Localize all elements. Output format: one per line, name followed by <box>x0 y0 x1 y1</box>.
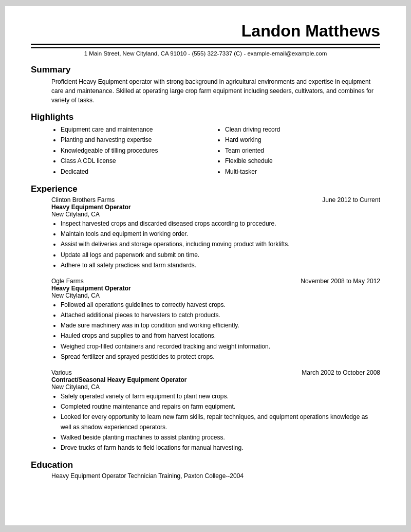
header-section: Landon Matthews <box>31 22 380 45</box>
exp-bullet-item: Maintain tools and equipment in working … <box>61 229 380 239</box>
highlight-item: Class A CDL license <box>61 156 216 166</box>
exp-job-title: Heavy Equipment Operator <box>51 285 380 292</box>
education-entry: Heavy Equipment Operator Technician Trai… <box>51 472 380 480</box>
exp-bullet-item: Update all logs and paperwork and submit… <box>61 250 380 260</box>
exp-bullet-item: Followed all operations guidelines to co… <box>61 300 380 310</box>
experience-entry: Clinton Brothers FarmsJune 2012 to Curre… <box>31 196 380 270</box>
exp-bullet-list: Followed all operations guidelines to co… <box>61 300 380 362</box>
highlights-columns: Equipment care and maintenancePlanting a… <box>51 124 380 177</box>
exp-company: Ogle Farms <box>51 278 84 285</box>
experience-entries: Clinton Brothers FarmsJune 2012 to Curre… <box>31 196 380 453</box>
highlight-item: Knowledgeable of tilling procedures <box>61 145 216 156</box>
experience-entry: VariousMarch 2002 to October 2008Contrac… <box>31 369 380 453</box>
highlight-item: Flexible schedule <box>225 156 380 166</box>
exp-location: New Cityland, CA <box>51 211 380 218</box>
exp-bullet-item: Spread fertilizer and sprayed pesticides… <box>61 352 380 362</box>
highlight-item: Equipment care and maintenance <box>61 124 216 135</box>
exp-bullet-item: Attached additional pieces to harvesters… <box>61 310 380 320</box>
summary-body: Proficient Heavy Equipment operator with… <box>51 77 380 105</box>
highlight-item: Planting and harvesting expertise <box>61 135 216 145</box>
exp-header: Clinton Brothers FarmsJune 2012 to Curre… <box>51 196 380 204</box>
exp-company: Clinton Brothers Farms <box>51 196 115 204</box>
exp-bullet-item: Inspect harvested crops and discarded di… <box>61 219 380 229</box>
exp-dates: March 2002 to October 2008 <box>302 369 380 376</box>
exp-job-title: Heavy Equipment Operator <box>51 204 380 211</box>
contact-line: 1 Main Street, New Cityland, CA 91010 - … <box>31 47 380 58</box>
highlight-item: Dedicated <box>61 167 216 177</box>
summary-title: Summary <box>31 65 380 75</box>
experience-section: Experience Clinton Brothers FarmsJune 20… <box>31 184 380 453</box>
exp-company: Various <box>51 369 72 376</box>
exp-bullet-item: Looked for every opportunity to learn ne… <box>61 412 380 432</box>
exp-job-title: Contract/Seasonal Heavy Equipment Operat… <box>51 376 380 383</box>
exp-header: VariousMarch 2002 to October 2008 <box>51 369 380 376</box>
exp-dates: November 2008 to May 2012 <box>301 278 380 285</box>
highlights-title: Highlights <box>31 112 380 122</box>
experience-entry: Ogle FarmsNovember 2008 to May 2012Heavy… <box>31 278 380 362</box>
exp-bullet-list: Inspect harvested crops and discarded di… <box>61 219 380 270</box>
exp-bullet-item: Walked beside planting machines to assis… <box>61 433 380 443</box>
education-title: Education <box>31 460 380 470</box>
exp-location: New Cityland, CA <box>51 383 380 391</box>
name-line: Landon Matthews <box>31 22 380 41</box>
exp-location: New Cityland, CA <box>51 292 380 299</box>
highlight-item: Team oriented <box>225 145 380 156</box>
summary-section: Summary Proficient Heavy Equipment opera… <box>31 65 380 105</box>
highlights-list-1: Equipment care and maintenancePlanting a… <box>51 124 216 177</box>
highlights-section: Highlights Equipment care and maintenanc… <box>31 112 380 177</box>
highlights-col2: Clean driving recordHard workingTeam ori… <box>216 124 380 177</box>
exp-bullet-item: Hauled crops and supplies to and from ha… <box>61 331 380 341</box>
exp-bullet-item: Safely operated variety of farm equipmen… <box>61 392 380 401</box>
highlight-item: Clean driving record <box>225 124 380 135</box>
exp-bullet-item: Assist with deliveries and storage opera… <box>61 240 380 249</box>
exp-bullet-item: Completed routine maintenance and repair… <box>61 402 380 412</box>
education-section: Education Heavy Equipment Operator Techn… <box>31 460 380 480</box>
experience-title: Experience <box>31 184 380 194</box>
exp-bullet-item: Adhere to all safety practices and farm … <box>61 261 380 270</box>
candidate-name: Landon Matthews <box>241 22 380 40</box>
exp-bullet-list: Safely operated variety of farm equipmen… <box>61 392 380 453</box>
resume-page: Landon Matthews 1 Main Street, New Cityl… <box>5 6 406 525</box>
exp-bullet-item: Weighed crop-filled containers and recor… <box>61 342 380 352</box>
highlights-col1: Equipment care and maintenancePlanting a… <box>51 124 216 177</box>
highlight-item: Multi-tasker <box>225 167 380 177</box>
highlight-item: Hard working <box>225 135 380 145</box>
exp-bullet-item: Made sure machinery was in top condition… <box>61 321 380 331</box>
exp-bullet-item: Drove trucks of farm hands to field loca… <box>61 443 380 453</box>
exp-dates: June 2012 to Current <box>322 196 380 204</box>
highlights-list-2: Clean driving recordHard workingTeam ori… <box>216 124 380 177</box>
exp-header: Ogle FarmsNovember 2008 to May 2012 <box>51 278 380 285</box>
